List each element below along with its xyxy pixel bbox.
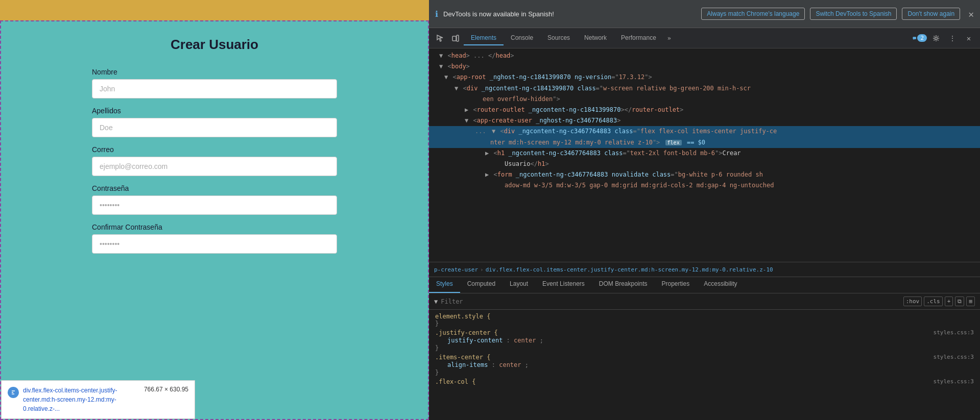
switch-to-spanish-button[interactable]: Switch DevTools to Spanish bbox=[810, 8, 897, 20]
form-field-confirm-password: Confirmar Contraseña bbox=[92, 223, 337, 254]
devtools-breadcrumb: p-create-user › div.flex.flex-col.items-… bbox=[429, 262, 980, 277]
dom-line-selected-cont[interactable]: nter md:h-screen my-12 md:my-0 relative … bbox=[429, 137, 980, 148]
label-password: Contraseña bbox=[92, 184, 337, 192]
svg-rect-2 bbox=[457, 35, 459, 41]
info-icon: ℹ bbox=[435, 9, 438, 19]
badge-count: 2 bbox=[917, 34, 927, 42]
breadcrumb-item-1[interactable]: p-create-user bbox=[434, 266, 478, 273]
form-field-password: Contraseña bbox=[92, 184, 337, 215]
styles-filter-bar: ▼ :hov .cls + ⧉ ⊞ bbox=[429, 293, 980, 310]
close-notification-button[interactable]: ✕ bbox=[968, 9, 974, 19]
form-field-nombre: Nombre bbox=[92, 68, 337, 98]
device-toggle-icon[interactable] bbox=[448, 31, 463, 45]
devtools-toolbar-right: 2 ⋮ ✕ bbox=[913, 31, 976, 45]
filter-buttons: :hov .cls + ⧉ ⊞ bbox=[903, 297, 975, 306]
css-rule-justify-center: .justify-center { styles.css:3 justify-c… bbox=[429, 328, 980, 353]
dom-line[interactable]: ▼ <body> bbox=[429, 61, 980, 72]
form-field-correo: Correo bbox=[92, 145, 337, 176]
label-confirm-password: Confirmar Contraseña bbox=[92, 223, 337, 231]
form-container: Nombre Apellidos Correo Contraseña Confi… bbox=[92, 68, 337, 262]
tab-network[interactable]: Network bbox=[577, 31, 614, 45]
tooltip-icon bbox=[8, 387, 19, 398]
dom-line-selected[interactable]: ... ▼ <div _ngcontent-ng-c3467764883 cla… bbox=[429, 126, 980, 137]
dom-line[interactable]: ▶ <router-outlet _ngcontent-ng-c18413998… bbox=[429, 105, 980, 115]
label-apellidos: Apellidos bbox=[92, 107, 337, 115]
css-rule-element-style: element.style { } bbox=[429, 312, 980, 328]
styles-tab-properties[interactable]: Properties bbox=[655, 277, 697, 293]
styles-tab-computed[interactable]: Computed bbox=[460, 277, 503, 293]
css-rule-items-center: .items-center { styles.css:3 align-items… bbox=[429, 353, 980, 377]
input-nombre[interactable] bbox=[92, 79, 337, 98]
dom-line[interactable]: adow-md w-3/5 md:w-3/5 gap-0 md:grid md:… bbox=[429, 180, 980, 191]
dom-line[interactable]: een overflow-hidden"> bbox=[429, 94, 980, 105]
page-content: Crear Usuario Nombre Apellidos Correo Co… bbox=[0, 20, 429, 420]
element-tooltip: div.flex.flex-col.items-center.justify-c… bbox=[1, 380, 195, 419]
styles-tab-dom-breakpoints[interactable]: DOM Breakpoints bbox=[592, 277, 655, 293]
breadcrumb-item-2[interactable]: div.flex.flex-col.items-center.justify-c… bbox=[486, 266, 773, 273]
tab-console[interactable]: Console bbox=[504, 31, 540, 45]
dom-line[interactable]: ▼ <div _ngcontent-ng-c1841399870 class="… bbox=[429, 83, 980, 94]
close-devtools-icon[interactable]: ✕ bbox=[962, 31, 976, 45]
dom-line[interactable]: ▼ <head> ... </head> bbox=[429, 51, 980, 61]
element-picker-icon[interactable] bbox=[433, 31, 447, 45]
always-match-language-button[interactable]: Always match Chrome's language bbox=[701, 8, 805, 20]
devtools-panel: ℹ DevTools is now available in Spanish! … bbox=[429, 0, 980, 420]
dont-show-again-button[interactable]: Don't show again bbox=[902, 8, 960, 20]
dom-line[interactable]: ▶ <form _ngcontent-ng-c3467764883 novali… bbox=[429, 169, 980, 180]
styles-tab-styles[interactable]: Styles bbox=[429, 277, 460, 293]
dom-line[interactable]: ▼ <app-create-user _nghost-ng-c346776488… bbox=[429, 115, 980, 126]
devtools-notification-bar: ℹ DevTools is now available in Spanish! … bbox=[429, 0, 980, 28]
dom-line[interactable]: ▶ <h1 _ngcontent-ng-c3467764883 class="t… bbox=[429, 148, 980, 159]
filter-layout-button[interactable]: ⊞ bbox=[966, 297, 975, 306]
filter-cls-button[interactable]: .cls bbox=[924, 297, 943, 306]
devtools-styles-panel: Styles Computed Layout Event Listeners D… bbox=[429, 277, 980, 420]
label-correo: Correo bbox=[92, 145, 337, 154]
input-confirm-password[interactable] bbox=[92, 234, 337, 254]
styles-tab-accessibility[interactable]: Accessibility bbox=[697, 277, 744, 293]
more-tabs-button[interactable]: » bbox=[663, 32, 675, 45]
devtools-tabs: Elements Console Sources Network Perform… bbox=[464, 31, 912, 45]
svg-rect-3 bbox=[913, 37, 916, 39]
tab-performance[interactable]: Performance bbox=[614, 31, 663, 45]
page-title: Crear Usuario bbox=[171, 37, 258, 53]
styles-tab-event-listeners[interactable]: Event Listeners bbox=[535, 277, 592, 293]
styles-filter-input[interactable] bbox=[441, 298, 900, 305]
more-options-icon[interactable]: ⋮ bbox=[945, 31, 960, 45]
filter-icon: ▼ bbox=[434, 298, 438, 305]
browser-panel: Crear Usuario Nombre Apellidos Correo Co… bbox=[0, 0, 429, 420]
tooltip-dimensions: 766.67 × 630.95 bbox=[144, 386, 188, 393]
browser-top-bar bbox=[0, 0, 429, 20]
input-correo[interactable] bbox=[92, 157, 337, 176]
tab-elements[interactable]: Elements bbox=[464, 31, 504, 45]
styles-content: element.style { } .justify-center { styl… bbox=[429, 310, 980, 420]
flex-badge: flex bbox=[665, 140, 682, 145]
css-rule-flex-col: .flex-col { styles.css:3 bbox=[429, 377, 980, 386]
devtools-toolbar: Elements Console Sources Network Perform… bbox=[429, 28, 980, 48]
svg-rect-1 bbox=[452, 36, 456, 41]
dom-line[interactable]: ▼ <app-root _nghost-ng-c1841399870 ng-ve… bbox=[429, 72, 980, 83]
form-field-apellidos: Apellidos bbox=[92, 107, 337, 137]
settings-icon[interactable] bbox=[929, 31, 943, 45]
svg-point-4 bbox=[935, 37, 938, 39]
input-password[interactable] bbox=[92, 195, 337, 215]
css-property: align-items : center ; bbox=[435, 361, 974, 369]
filter-copy-button[interactable]: ⧉ bbox=[955, 297, 964, 306]
styles-tabs: Styles Computed Layout Event Listeners D… bbox=[429, 277, 980, 293]
chat-icon[interactable]: 2 bbox=[913, 31, 927, 45]
tooltip-selector-text: div.flex.flex-col.items-center.justify-c… bbox=[23, 386, 140, 413]
devtools-dom-panel[interactable]: ▼ <head> ... </head> ▼ <body> ▼ <app-roo… bbox=[429, 48, 980, 262]
notification-text: DevTools is now available in Spanish! bbox=[443, 10, 696, 18]
dom-line[interactable]: Usuario</h1> bbox=[429, 159, 980, 169]
styles-tab-layout[interactable]: Layout bbox=[503, 277, 535, 293]
css-property: justify-content : center ; bbox=[435, 336, 974, 344]
label-nombre: Nombre bbox=[92, 68, 337, 76]
filter-hov-button[interactable]: :hov bbox=[903, 297, 922, 306]
filter-add-button[interactable]: + bbox=[945, 297, 953, 306]
tab-sources[interactable]: Sources bbox=[540, 31, 577, 45]
input-apellidos[interactable] bbox=[92, 118, 337, 137]
